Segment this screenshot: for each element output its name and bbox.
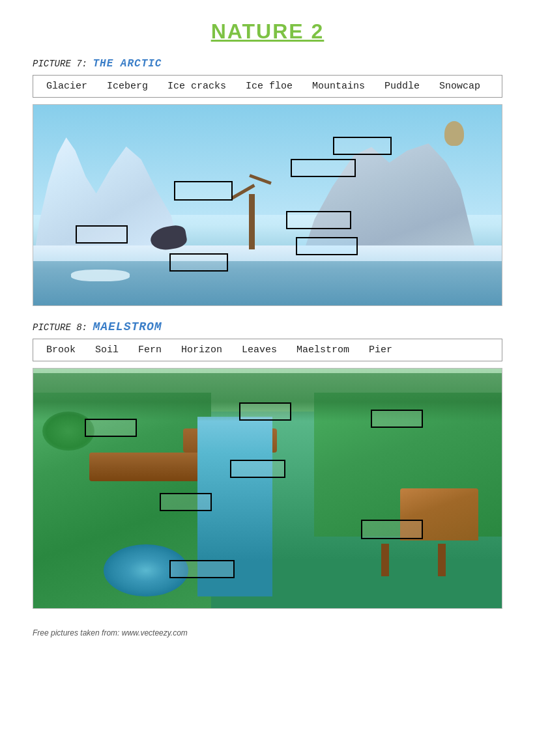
word-maelstrom: Maelstrom	[296, 344, 349, 356]
word-ice-cracks: Ice cracks	[167, 81, 226, 92]
picture2-wordbank: Brook Soil Fern Horizon Leaves Maelstrom…	[33, 339, 502, 361]
maelstrom-trees-bg	[33, 373, 502, 421]
picture1-num: PICTURE 7:	[33, 59, 87, 69]
arctic-ice-surface	[33, 245, 502, 262]
maelstrom-whirlpool	[104, 544, 188, 596]
word-puddle: Puddle	[384, 81, 420, 92]
picture2-section: PICTURE 8: MAELSTROM Brook Soil Fern Hor…	[33, 320, 502, 609]
word-soil: Soil	[95, 344, 119, 356]
picture1-label: PICTURE 7: THE ARCTIC	[33, 58, 502, 70]
word-fern: Fern	[138, 344, 162, 356]
picture1-section: PICTURE 7: THE ARCTIC Glacier Iceberg Ic…	[33, 58, 502, 306]
word-mountains: Mountains	[312, 81, 365, 92]
word-leaves: Leaves	[242, 344, 277, 356]
word-ice-floe: Ice floe	[246, 81, 293, 92]
maelstrom-river	[197, 417, 272, 596]
arctic-ice-floe	[71, 270, 130, 281]
maelstrom-image	[33, 368, 502, 609]
picture2-label: PICTURE 8: MAELSTROM	[33, 320, 502, 333]
word-brook: Brook	[46, 344, 76, 356]
picture1-name: THE ARCTIC	[93, 58, 162, 70]
word-snowcap: Snowcap	[439, 81, 480, 92]
footer: Free pictures taken from: www.vecteezy.c…	[33, 628, 502, 637]
picture1-wordbank: Glacier Iceberg Ice cracks Ice floe Moun…	[33, 75, 502, 98]
pier-leg-1	[438, 544, 446, 576]
pier-leg-2	[381, 544, 389, 576]
word-horizon: Horizon	[181, 344, 222, 356]
arctic-owl	[444, 121, 464, 146]
arctic-image	[33, 104, 502, 306]
page-title: NATURE 2	[33, 20, 502, 44]
picture2-num: PICTURE 8:	[33, 322, 87, 333]
word-pier: Pier	[369, 344, 392, 356]
word-glacier: Glacier	[46, 81, 87, 92]
arctic-tree-trunk	[249, 194, 255, 249]
maelstrom-pier	[400, 488, 478, 540]
picture2-name: MAELSTROM	[93, 320, 162, 333]
word-iceberg: Iceberg	[107, 81, 148, 92]
